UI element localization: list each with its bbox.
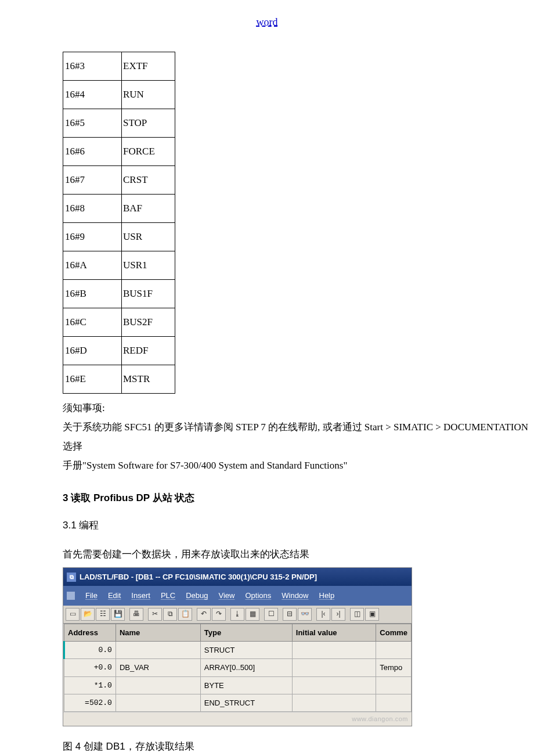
table-row: 16#5STOP: [63, 109, 175, 138]
grid-row[interactable]: *1.0BYTE: [64, 676, 412, 694]
grid-cell[interactable]: DB_VAR: [116, 659, 200, 676]
grid-row[interactable]: +0.0DB_VARARRAY[0..500]Tempo: [64, 659, 412, 676]
code-value: USR: [122, 223, 175, 251]
figure-4-caption: 图 4 创建 DB1，存放读取结果: [63, 737, 534, 756]
grid-cell[interactable]: =502.0: [64, 694, 116, 712]
note-body-line2: 手册"System Software for S7-300/400 System…: [63, 456, 534, 475]
menu-insert[interactable]: Insert: [131, 588, 150, 603]
cut-icon[interactable]: ✂: [148, 608, 162, 621]
new-icon[interactable]: ▭: [66, 608, 80, 621]
code-key: 16#A: [63, 251, 122, 280]
paste-icon[interactable]: 📋: [178, 608, 192, 621]
menu-file[interactable]: File: [85, 588, 98, 603]
monitor-icon[interactable]: ▦: [246, 608, 259, 621]
grid-cell[interactable]: [292, 694, 376, 712]
code-value: BUS1F: [122, 280, 175, 308]
app-icon: ⧉: [67, 573, 76, 582]
col-address[interactable]: Address: [64, 624, 116, 641]
table-row: 16#DREDF: [63, 337, 175, 365]
tree-icon[interactable]: ☷: [96, 608, 110, 621]
open-icon[interactable]: 📂: [81, 608, 95, 621]
editor-screenshot: ⧉ LAD/STL/FBD - [DB1 -- CP FC10\SIMATIC …: [63, 567, 412, 726]
grid-row[interactable]: 0.0STRUCT: [64, 642, 412, 659]
view-icon[interactable]: ▣: [365, 608, 379, 621]
code-key: 16#E: [63, 365, 122, 394]
code-value: EXTF: [122, 52, 175, 81]
grid-cell[interactable]: [116, 676, 200, 694]
window-titlebar: ⧉ LAD/STL/FBD - [DB1 -- CP FC10\SIMATIC …: [63, 568, 412, 586]
toolbar: ▭ 📂 ☷ 💾 🖶 ✂ ⧉ 📋 ↶ ↷ ⭳ ▦ ☐ ⊟ 👓: [63, 606, 412, 624]
grid-row[interactable]: =502.0END_STRUCT: [64, 694, 412, 712]
code-key: 16#C: [63, 308, 122, 337]
print-icon[interactable]: 🖶: [129, 608, 143, 621]
prev-icon[interactable]: |‹: [316, 608, 330, 621]
menu-options[interactable]: Options: [245, 588, 271, 603]
save-icon[interactable]: 💾: [111, 608, 125, 621]
network-icon[interactable]: ⊟: [283, 608, 297, 621]
watermark: www.diangon.com: [63, 712, 412, 725]
split-icon[interactable]: ◫: [350, 608, 364, 621]
code-key: 16#8: [63, 195, 122, 223]
header-link[interactable]: word: [257, 16, 278, 28]
redo-icon[interactable]: ↷: [212, 608, 226, 621]
table-row: 16#4RUN: [63, 81, 175, 109]
grid-cell[interactable]: END_STRUCT: [200, 694, 292, 712]
code-key: 16#D: [63, 337, 122, 365]
code-key: 16#9: [63, 223, 122, 251]
grid-cell[interactable]: STRUCT: [200, 642, 292, 659]
copy-icon[interactable]: ⧉: [163, 608, 177, 621]
window-title: LAD/STL/FBD - [DB1 -- CP FC10\SIMATIC 30…: [80, 570, 317, 584]
grid-cell[interactable]: [376, 642, 412, 659]
table-row: 16#8BAF: [63, 195, 175, 223]
grid-cell[interactable]: 0.0: [64, 642, 116, 659]
grid-cell[interactable]: [292, 676, 376, 694]
grid-cell[interactable]: +0.0: [64, 659, 116, 676]
code-table: 16#3EXTF16#4RUN16#5STOP16#6FORCE16#7CRST…: [63, 52, 175, 394]
grid-cell[interactable]: Tempo: [376, 659, 412, 676]
col-initial[interactable]: Initial value: [292, 624, 376, 641]
table-row: 16#9USR: [63, 223, 175, 251]
menu-window[interactable]: Window: [282, 588, 308, 603]
col-comment[interactable]: Comme: [376, 624, 412, 641]
code-value: USR1: [122, 251, 175, 280]
download-icon[interactable]: ⭳: [230, 608, 244, 621]
grid-cell[interactable]: [116, 642, 200, 659]
undo-icon[interactable]: ↶: [197, 608, 211, 621]
db-grid: Address Name Type Initial value Comme 0.…: [63, 624, 412, 712]
doc-icon: [67, 592, 75, 600]
grid-cell[interactable]: [376, 694, 412, 712]
code-value: FORCE: [122, 138, 175, 166]
col-name[interactable]: Name: [116, 624, 200, 641]
sub31-body: 首先需要创建一个数据块，用来存放读取出来的状态结果: [63, 545, 534, 564]
block-icon[interactable]: ☐: [264, 608, 278, 621]
grid-cell[interactable]: ARRAY[0..500]: [200, 659, 292, 676]
menu-bar: File Edit Insert PLC Debug View Options …: [63, 586, 412, 605]
grid-cell[interactable]: BYTE: [200, 676, 292, 694]
note-title: 须知事项:: [63, 398, 534, 417]
code-key: 16#7: [63, 166, 122, 195]
section-3-heading: 3 读取 Profibus DP 从站 状态: [63, 488, 534, 507]
table-row: 16#BBUS1F: [63, 280, 175, 308]
grid-cell[interactable]: [292, 659, 376, 676]
menu-edit[interactable]: Edit: [108, 588, 121, 603]
menu-debug[interactable]: Debug: [186, 588, 208, 603]
menu-plc[interactable]: PLC: [161, 588, 175, 603]
menu-help[interactable]: Help: [319, 588, 335, 603]
glasses-icon[interactable]: 👓: [298, 608, 312, 621]
code-key: 16#5: [63, 109, 122, 138]
grid-cell[interactable]: [376, 676, 412, 694]
next-icon[interactable]: ›|: [331, 608, 345, 621]
table-row: 16#CBUS2F: [63, 308, 175, 337]
menu-view[interactable]: View: [218, 588, 234, 603]
code-value: BUS2F: [122, 308, 175, 337]
page-header: word: [0, 16, 534, 28]
grid-cell[interactable]: *1.0: [64, 676, 116, 694]
table-row: 16#6FORCE: [63, 138, 175, 166]
grid-cell[interactable]: [292, 642, 376, 659]
code-value: MSTR: [122, 365, 175, 394]
note-body-line1: 关于系统功能 SFC51 的更多详情请参阅 STEP 7 的在线帮助, 或者通过…: [63, 417, 534, 456]
grid-cell[interactable]: [116, 694, 200, 712]
code-value: RUN: [122, 81, 175, 109]
col-type[interactable]: Type: [200, 624, 292, 641]
subsection-3-1: 3.1 编程: [63, 516, 534, 535]
